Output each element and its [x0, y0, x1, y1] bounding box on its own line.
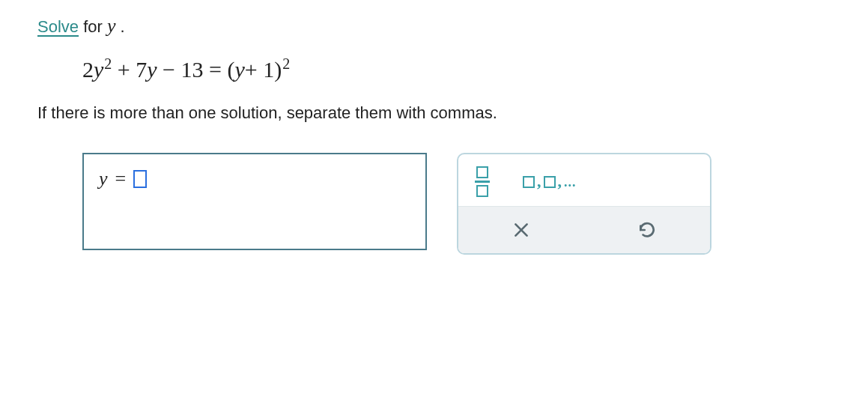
rhs-plus: + 1	[245, 57, 274, 82]
answer-variable: y	[99, 168, 108, 190]
lhs-exp1: 2	[104, 55, 112, 72]
answer-box[interactable]: y =	[82, 153, 427, 250]
prompt-line-2: If there is more than one solution, sepa…	[37, 103, 831, 123]
rhs-var: y	[234, 57, 244, 82]
undo-button[interactable]	[584, 207, 710, 253]
answer-content: y =	[99, 168, 410, 190]
answer-equals: =	[115, 168, 127, 190]
toolbox: ,,...	[457, 153, 711, 255]
rhs-close: )	[274, 57, 282, 82]
prompt-line-1: Solve for y .	[37, 15, 831, 37]
answer-row: y = ,,...	[82, 153, 831, 255]
variable-y: y	[107, 15, 116, 37]
tool-row-actions	[458, 206, 710, 253]
lhs-var2: y	[147, 57, 157, 82]
lhs-plus: + 7	[118, 57, 147, 82]
undo-icon	[637, 220, 657, 240]
eq-sign: =	[209, 57, 222, 82]
period: .	[116, 17, 125, 36]
equation: 2y2 + 7y − 13 = (y+ 1)2	[82, 55, 831, 82]
lhs-var: y	[94, 57, 103, 82]
answer-input[interactable]	[133, 170, 147, 188]
rhs-exp: 2	[282, 55, 290, 72]
rhs-open: (	[227, 57, 234, 82]
for-text: for	[79, 17, 107, 36]
lhs-minus: − 13	[163, 57, 203, 82]
lhs-coef: 2	[82, 57, 94, 82]
list-icon[interactable]: ,,...	[523, 172, 577, 191]
fraction-icon[interactable]	[475, 166, 490, 197]
tool-row-format: ,,...	[458, 154, 710, 206]
close-icon	[512, 220, 531, 240]
clear-button[interactable]	[458, 207, 584, 253]
solve-link[interactable]: Solve	[37, 17, 79, 36]
